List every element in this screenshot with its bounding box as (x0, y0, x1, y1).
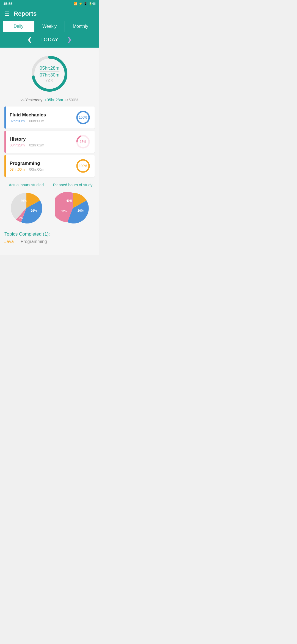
ring-percent: 72% (40, 78, 59, 82)
subject-times-programming: 03hr:00m 00hr:00m (10, 167, 75, 171)
subject-info-history: History 00hr:28m 02hr:02m (10, 137, 75, 147)
actual-hours-chart: Actual hours studied 40% 26% 6% (4, 182, 48, 226)
tabs: Daily Weekly Monthly (3, 21, 96, 32)
menu-icon[interactable]: ☰ (4, 10, 9, 17)
vs-yesterday-time: +05hr:28m (45, 98, 63, 102)
subject-name-programming: Programming (10, 161, 75, 166)
page-title: Reports (14, 10, 37, 17)
subject-ring-label-fluid-mechanics: 100% (79, 116, 87, 119)
ring-text: 05hr:28m 07hr:30m 72% (40, 66, 59, 82)
topics-section: Topics Completed (1): Java — Programming (4, 231, 95, 250)
svg-text:33%: 33% (61, 209, 67, 213)
subject-name-history: History (10, 137, 75, 142)
svg-text:40%: 40% (66, 199, 72, 202)
main-content: 05hr:28m 07hr:30m 72% vs Yesterday: +05h… (0, 48, 99, 255)
bluetooth-icon: ⚡ (79, 2, 82, 6)
status-icons: 📶 ⚡ 📱 🔋66 (74, 2, 96, 6)
subject-planned-programming: 00hr:00m (29, 167, 44, 171)
topics-title: Topics Completed (1): (4, 231, 95, 237)
vs-yesterday-label: vs Yesterday: (21, 98, 43, 102)
subject-info-fluid-mechanics: Fluid Mechanics 02hr:00m 00hr:00m (10, 112, 75, 123)
subject-planned-fluid-mechanics: 00hr:00m (29, 119, 44, 123)
tab-daily[interactable]: Daily (3, 21, 34, 32)
subject-ring-label-history: 18% (80, 140, 86, 144)
battery-icon: 🔋66 (89, 2, 96, 6)
svg-text:6%: 6% (18, 217, 23, 220)
subject-planned-history: 02hr:02m (29, 143, 44, 147)
progress-ring-container: 05hr:28m 07hr:30m 72% (4, 53, 95, 94)
subject-card-history: History 00hr:28m 02hr:02m 18% (4, 131, 95, 153)
svg-text:26%: 26% (31, 209, 37, 212)
current-date-label: TODAY (40, 37, 58, 43)
subject-name-fluid-mechanics: Fluid Mechanics (10, 112, 75, 118)
planned-hours-title: Planned hours of study (51, 182, 95, 187)
subject-times-history: 00hr:28m 02hr:02m (10, 143, 75, 147)
subject-cards: Fluid Mechanics 02hr:00m 00hr:00m 100% H… (4, 107, 95, 177)
subject-card-fluid-mechanics: Fluid Mechanics 02hr:00m 00hr:00m 100% (4, 107, 95, 129)
tabs-container: Daily Weekly Monthly (0, 17, 99, 32)
header: ☰ Reports (0, 7, 99, 17)
svg-text:40%: 40% (20, 199, 26, 202)
subject-actual-fluid-mechanics: 02hr:00m (10, 119, 25, 123)
vs-yesterday-pct: +>500% (64, 98, 78, 102)
progress-ring: 05hr:28m 07hr:30m 72% (29, 53, 70, 94)
subject-times-fluid-mechanics: 02hr:00m 00hr:00m (10, 119, 75, 123)
actual-pie-svg: 40% 26% 6% (9, 190, 44, 226)
subject-card-programming: Programming 03hr:00m 00hr:00m 100% (4, 155, 95, 177)
subject-info-programming: Programming 03hr:00m 00hr:00m (10, 161, 75, 171)
status-time: 15:55 (3, 2, 12, 6)
topic-category: Programming (21, 239, 47, 244)
subject-actual-history: 00hr:28m (10, 143, 25, 147)
subject-ring-programming: 100% (75, 158, 91, 174)
subject-ring-history: 18% (75, 134, 91, 149)
tab-weekly[interactable]: Weekly (34, 21, 65, 32)
signal-icon: 📱 (84, 2, 87, 6)
vs-yesterday: vs Yesterday: +05hr:28m +>500% (4, 98, 95, 102)
ring-planned-time: 07hr:30m (40, 72, 59, 78)
charts-section: Actual hours studied 40% 26% 6% (4, 182, 95, 226)
actual-hours-title: Actual hours studied (4, 182, 48, 187)
planned-hours-pie: 40% 26% 33% (51, 190, 95, 226)
actual-hours-pie: 40% 26% 6% (4, 190, 48, 226)
prev-date-button[interactable]: ❮ (27, 36, 32, 43)
ring-actual-time: 05hr:28m (40, 66, 59, 72)
next-date-button[interactable]: ❯ (67, 36, 72, 43)
subject-ring-label-programming: 100% (79, 164, 87, 168)
subject-ring-fluid-mechanics: 100% (75, 110, 91, 125)
date-navigation: ❮ TODAY ❯ (0, 32, 99, 48)
tab-monthly[interactable]: Monthly (65, 21, 96, 32)
planned-hours-chart: Planned hours of study 40% 26% 33% (51, 182, 95, 226)
wifi-icon: 📶 (74, 2, 78, 6)
subject-actual-programming: 03hr:00m (10, 167, 25, 171)
topic-item: Java — Programming (4, 239, 95, 244)
topic-name: Java (4, 239, 14, 244)
topic-separator: — (15, 239, 20, 244)
status-bar: 15:55 📶 ⚡ 📱 🔋66 (0, 0, 99, 7)
svg-text:26%: 26% (77, 209, 83, 212)
planned-pie-svg: 40% 26% 33% (55, 190, 91, 226)
